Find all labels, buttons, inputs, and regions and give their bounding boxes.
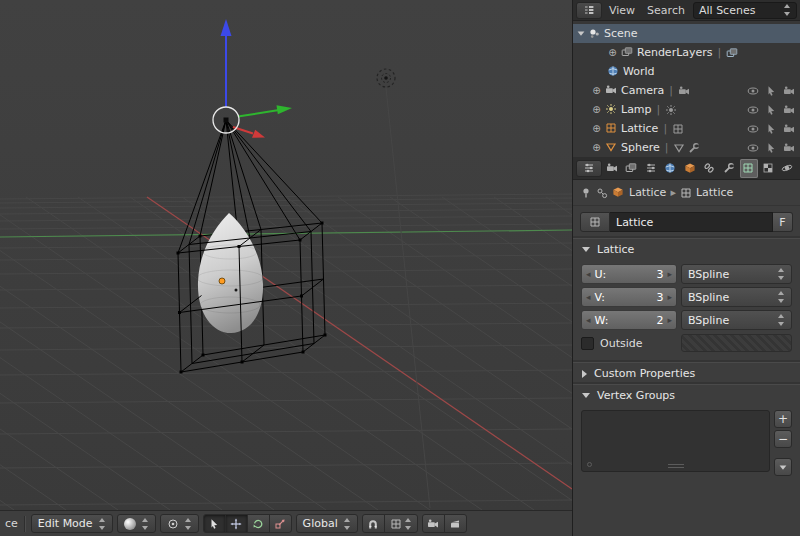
outliner-row-lattice[interactable]: ⊕ Lattice | [573, 119, 800, 138]
visibility-eye-icon[interactable] [747, 104, 759, 116]
w-interpolation-dropdown[interactable]: BSpline [681, 310, 792, 330]
expand-icon[interactable]: ⊕ [607, 47, 618, 58]
viewport-header-bar: ce Edit Mode [0, 510, 572, 536]
visibility-eye-icon[interactable] [747, 142, 759, 154]
camera-data-icon[interactable] [678, 85, 690, 97]
object-cube-icon [612, 186, 625, 199]
decrement-icon[interactable]: ◂ [586, 270, 591, 279]
tab-physics[interactable] [779, 159, 798, 178]
world-icon [607, 65, 620, 78]
renderlayer-slot-icon[interactable] [726, 47, 738, 59]
selectability-cursor-icon[interactable] [765, 85, 777, 97]
visibility-eye-icon[interactable] [747, 85, 759, 97]
editor-type-button[interactable] [576, 160, 602, 177]
u-stepper[interactable]: ◂ U: 3 ▸ [581, 264, 677, 284]
outliner-row-sphere[interactable]: ⊕ Sphere | [573, 138, 800, 157]
snap-toggle-button[interactable] [362, 514, 385, 533]
pivot-point-dropdown[interactable] [160, 514, 199, 533]
renderability-camera-icon[interactable] [783, 142, 795, 154]
renderability-camera-icon[interactable] [783, 85, 795, 97]
tab-texture[interactable] [759, 159, 778, 178]
3d-viewport[interactable]: ce Edit Mode [0, 0, 572, 536]
outside-checkbox[interactable] [581, 337, 594, 350]
v-interpolation-dropdown[interactable]: BSpline [681, 287, 792, 307]
orientation-dropdown[interactable]: Global [296, 514, 358, 533]
outliner-row-renderlayers[interactable]: ⊕ RenderLayers | [573, 43, 800, 62]
outliner-row-world[interactable]: World [573, 62, 800, 81]
vertex-groups-list[interactable] [581, 410, 770, 472]
breadcrumb-data-name[interactable]: Lattice [696, 186, 733, 199]
sphere-data-icon[interactable] [673, 142, 685, 154]
scale-button[interactable] [269, 514, 292, 533]
increment-icon[interactable]: ▸ [667, 293, 672, 302]
outliner-row-scene[interactable]: Scene [573, 24, 800, 43]
tab-render-layers[interactable] [623, 159, 642, 178]
outliner-row-camera[interactable]: ⊕ Camera | [573, 81, 800, 100]
datablock-name-input[interactable] [610, 212, 773, 232]
decrement-icon[interactable]: ◂ [586, 316, 591, 325]
lamp-data-icon[interactable] [665, 104, 677, 116]
tab-scene[interactable] [642, 159, 661, 178]
selectability-cursor-icon[interactable] [765, 142, 777, 154]
fake-user-button[interactable]: F [773, 212, 793, 232]
pipe-separator: | [663, 122, 667, 135]
datablock-name-row: F [573, 206, 800, 238]
editor-type-button[interactable] [576, 2, 602, 19]
manipulator-toggle-button[interactable] [203, 514, 226, 533]
pin-icon[interactable] [580, 187, 592, 199]
opengl-render-button[interactable] [422, 514, 445, 533]
decrement-icon[interactable]: ◂ [586, 293, 591, 302]
tab-object[interactable] [681, 159, 700, 178]
w-stepper[interactable]: ◂ W: 2 ▸ [581, 310, 677, 330]
world-icon [664, 162, 677, 175]
v-row: ◂ V: 3 ▸ BSpline [581, 287, 792, 307]
outliner-row-lamp[interactable]: ⊕ Lamp | [573, 100, 800, 119]
vertex-group-specials-button[interactable] [774, 458, 792, 476]
selectability-cursor-icon[interactable] [765, 123, 777, 135]
visibility-eye-icon[interactable] [747, 123, 759, 135]
expand-icon[interactable]: ⊕ [591, 123, 602, 134]
expand-icon[interactable]: ⊕ [591, 85, 602, 96]
selectability-cursor-icon[interactable] [765, 104, 777, 116]
render-layers-icon [625, 162, 638, 175]
view-menu[interactable]: View [604, 4, 640, 17]
viewport-scene[interactable] [0, 0, 572, 510]
list-resize-grip[interactable] [668, 462, 684, 468]
cropped-menu-text[interactable]: ce [4, 517, 18, 530]
rotate-icon [252, 518, 264, 530]
custom-properties-panel-header[interactable]: Custom Properties [573, 362, 800, 384]
increment-icon[interactable]: ▸ [667, 270, 672, 279]
modifier-wrench-icon[interactable] [688, 142, 700, 154]
remove-vertex-group-button[interactable]: − [774, 430, 792, 448]
outliner-label: Lamp [621, 103, 652, 116]
u-interpolation-value: BSpline [688, 268, 729, 281]
increment-icon[interactable]: ▸ [667, 316, 672, 325]
lattice-data-icon[interactable] [672, 123, 684, 135]
expand-icon[interactable]: ⊕ [591, 104, 602, 115]
tab-constraints[interactable] [701, 159, 720, 178]
mode-dropdown[interactable]: Edit Mode [31, 514, 113, 533]
rotate-button[interactable] [247, 514, 270, 533]
u-interpolation-dropdown[interactable]: BSpline [681, 264, 792, 284]
outside-option[interactable]: Outside [581, 337, 677, 350]
tab-world[interactable] [662, 159, 681, 178]
renderability-camera-icon[interactable] [783, 104, 795, 116]
viewport-shading-dropdown[interactable] [117, 514, 156, 533]
add-vertex-group-button[interactable]: + [774, 410, 792, 428]
vertex-groups-panel-header[interactable]: Vertex Groups [573, 384, 800, 406]
translate-button[interactable] [225, 514, 248, 533]
browse-id-button[interactable] [580, 212, 610, 232]
snap-element-dropdown[interactable] [384, 514, 418, 533]
display-mode-dropdown[interactable]: All Scenes [693, 2, 797, 19]
lattice-panel-header[interactable]: Lattice [573, 238, 800, 260]
v-stepper[interactable]: ◂ V: 3 ▸ [581, 287, 677, 307]
breadcrumb-object-name[interactable]: Lattice [629, 186, 666, 199]
tab-modifiers[interactable] [720, 159, 739, 178]
tab-object-data[interactable] [740, 159, 759, 178]
opengl-render-anim-button[interactable] [444, 514, 467, 533]
expand-icon[interactable]: ⊕ [591, 142, 602, 153]
tab-render[interactable] [603, 159, 622, 178]
search-menu[interactable]: Search [642, 4, 690, 17]
collapse-icon[interactable] [578, 31, 585, 35]
renderability-camera-icon[interactable] [783, 123, 795, 135]
